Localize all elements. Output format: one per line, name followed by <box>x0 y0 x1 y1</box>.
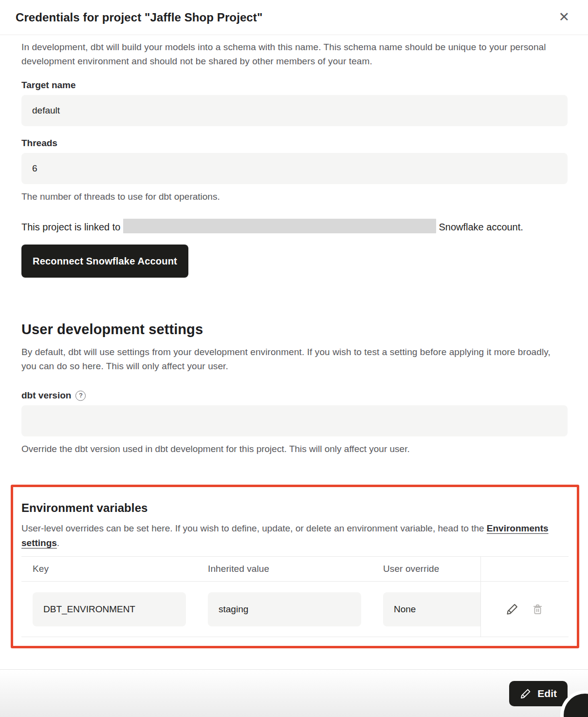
threads-label: Threads <box>21 137 568 149</box>
column-header-key: Key <box>21 557 197 581</box>
modal-content: In development, dbt will build your mode… <box>0 35 588 648</box>
target-name-input[interactable] <box>21 95 568 126</box>
column-header-actions <box>481 557 569 581</box>
env-vars-description: User-level overrides can be set here. If… <box>21 521 569 550</box>
env-vars-table: Key Inherited value User override DBT_EN… <box>21 556 569 637</box>
edit-pencil-icon <box>520 688 532 699</box>
env-vars-description-period: . <box>57 538 59 548</box>
reconnect-snowflake-button[interactable]: Reconnect Snowflake Account <box>21 245 188 278</box>
user-override-value: None <box>383 592 480 626</box>
schema-description: In development, dbt will build your mode… <box>21 40 568 68</box>
table-header-row: Key Inherited value User override <box>21 556 569 582</box>
linked-account-text-before: This project is linked to <box>21 222 120 232</box>
modal-title: Credentials for project "Jaffle Shop Pro… <box>16 11 262 24</box>
key-value: DBT_ENVIRONMENT <box>33 592 186 626</box>
edit-row-pencil-icon[interactable] <box>506 603 519 616</box>
close-icon[interactable]: ✕ <box>556 9 571 26</box>
annotation-highlight-box: Environment variables User-level overrid… <box>11 485 579 648</box>
inherited-value: staging <box>208 592 361 626</box>
env-vars-description-text: User-level overrides can be set here. If… <box>21 523 487 533</box>
env-vars-heading: Environment variables <box>21 501 569 515</box>
modal-footer: Edit <box>0 669 588 717</box>
target-name-label: Target name <box>21 79 568 91</box>
reconnect-snowflake-button-label: Reconnect Snowflake Account <box>33 256 177 267</box>
user-dev-settings-heading: User development settings <box>21 321 568 338</box>
modal-header: Credentials for project "Jaffle Shop Pro… <box>0 0 588 35</box>
help-icon[interactable]: ? <box>75 391 86 401</box>
column-header-user-override: User override <box>372 557 481 581</box>
cell-actions <box>481 582 569 637</box>
user-dev-settings-description: By default, dbt will use settings from y… <box>21 345 568 373</box>
threads-input[interactable] <box>21 153 568 184</box>
redacted-account-name-overlay <box>123 219 436 233</box>
dbt-version-label-row: dbt version ? <box>21 390 568 401</box>
edit-button[interactable]: Edit <box>509 681 568 706</box>
cell-key: DBT_ENVIRONMENT <box>21 582 197 637</box>
dbt-version-label: dbt version <box>21 390 71 401</box>
dbt-version-help-text: Override the dbt version used in dbt dev… <box>21 443 568 455</box>
column-header-inherited-value: Inherited value <box>197 557 372 581</box>
table-row: DBT_ENVIRONMENT staging None <box>21 582 569 637</box>
delete-row-trash-icon[interactable] <box>532 603 544 615</box>
cell-user-override: None <box>372 582 481 637</box>
linked-account-text-after: Snowflake account. <box>439 222 523 232</box>
dbt-version-input[interactable] <box>21 405 568 436</box>
edit-button-label: Edit <box>537 688 557 699</box>
linked-account-text: This project is linked toSnowflake accou… <box>21 218 528 236</box>
threads-help-text: The number of threads to use for dbt ope… <box>21 191 568 203</box>
cell-inherited-value: staging <box>197 582 372 637</box>
